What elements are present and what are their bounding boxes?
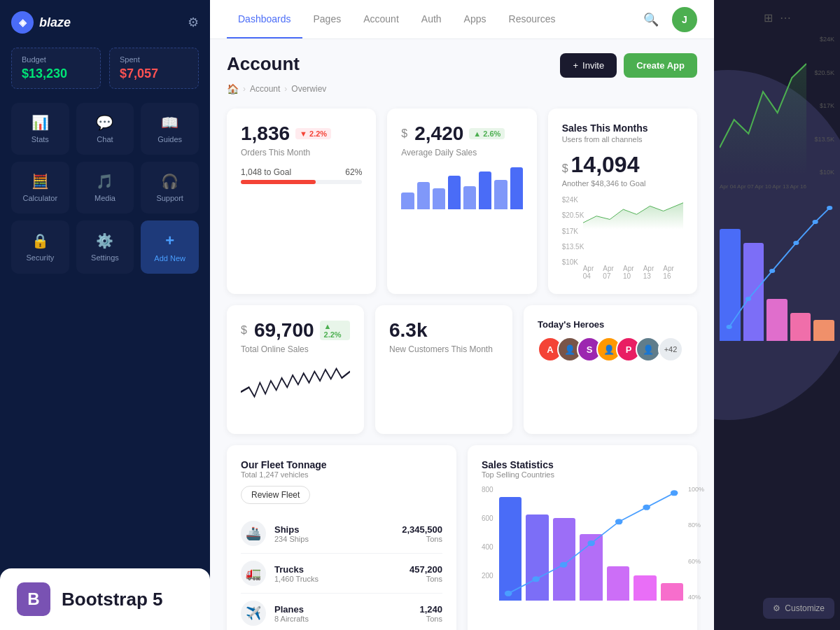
fleet-card: Our Fleet Tonnage Total 1,247 vehicles R… xyxy=(227,445,456,630)
total-sales-card: $ 69,700 ▲ 2.2% Total Online Sales xyxy=(227,305,364,434)
sidebar-item-guides[interactable]: 📖 Guides xyxy=(141,103,199,155)
sidebar-chat-label: Chat xyxy=(97,135,113,144)
spent-value: $7,057 xyxy=(120,66,188,81)
logo-area: ◈ blaze xyxy=(11,11,71,34)
search-button[interactable]: 🔍 xyxy=(638,7,664,32)
progress-bar-fill xyxy=(241,180,316,184)
avg-currency: $ xyxy=(401,127,407,140)
user-avatar[interactable]: J xyxy=(672,7,697,32)
page-title: Account xyxy=(227,53,300,75)
right-panel-content: ⊞ ⋯ $24K $20.5K $17K $13.5K $10K xyxy=(720,11,834,341)
nav-pages[interactable]: Pages xyxy=(302,1,353,38)
total-value: 69,700 xyxy=(254,319,314,342)
page-actions: + Invite Create App xyxy=(560,53,697,78)
total-sales-number: $ 69,700 ▲ 2.2% xyxy=(241,319,350,342)
sidebar: ◈ blaze ⚙ Budget $13,230 Spent $7,057 📊 … xyxy=(0,0,210,630)
nav-auth[interactable]: Auth xyxy=(410,1,453,38)
chart-y-labels: $24K $20.5K $17K $13.5K $10K xyxy=(562,196,584,266)
media-icon: 🎵 xyxy=(96,173,113,190)
invite-label: Invite xyxy=(582,60,604,71)
progress-pct: 62% xyxy=(345,167,362,177)
sidebar-item-add-new[interactable]: + Add New xyxy=(141,220,199,274)
fleet-trucks-row: 🚛 Trucks 1,460 Trucks 457,200 Tons xyxy=(241,554,442,594)
sidebar-item-chat[interactable]: 💬 Chat xyxy=(76,103,134,155)
planes-sub: 8 Aircrafts xyxy=(274,615,411,623)
fleet-trucks-info: Trucks 1,460 Trucks xyxy=(274,564,401,583)
sidebar-guides-label: Guides xyxy=(158,135,182,144)
svg-point-7 xyxy=(727,325,732,329)
ships-values: 2,345,500 Tons xyxy=(402,524,442,543)
sidebar-media-label: Media xyxy=(94,194,115,202)
second-row: $ 69,700 ▲ 2.2% Total Online Sales 6.3k … xyxy=(227,305,697,434)
rp-svg xyxy=(720,36,806,176)
sidebar-item-security[interactable]: 🔒 Security xyxy=(11,220,69,274)
rp-grid-icon[interactable]: ⊞ xyxy=(764,11,773,24)
sales-line-chart: $24K $20.5K $17K $13.5K $10K xyxy=(562,196,683,280)
sidebar-menu-icon[interactable]: ⚙ xyxy=(188,15,199,30)
page-area: Account + Invite Create App 🏠 › Account … xyxy=(210,39,714,630)
sales-value: 14,094 xyxy=(571,152,640,178)
rp-line-over-bars xyxy=(720,201,834,341)
sidebar-grid: 📊 Stats 💬 Chat 📖 Guides 🧮 Calculator 🎵 M… xyxy=(11,103,199,274)
customize-button[interactable]: ⚙ Customize xyxy=(763,598,834,619)
svg-point-6 xyxy=(671,490,678,496)
avg-label: Average Daily Sales xyxy=(401,148,522,158)
security-icon: 🔒 xyxy=(31,232,49,249)
sales-goal-text: Another $48,346 to Goal xyxy=(562,179,683,188)
sidebar-header: ◈ blaze ⚙ xyxy=(11,11,199,34)
avg-sales-card: $ 2,420 ▲ 2.6% Average Daily Sales xyxy=(387,108,536,294)
heroes-card: Today's Heroes A 👤 S 👤 P 👤 +42 xyxy=(524,305,697,434)
home-icon: 🏠 xyxy=(227,83,239,94)
svg-point-12 xyxy=(827,206,832,210)
sales-stats-chart: 800 600 400 200 xyxy=(482,486,683,612)
create-app-button[interactable]: Create App xyxy=(624,53,697,78)
bottom-section: Our Fleet Tonnage Total 1,247 vehicles R… xyxy=(227,445,697,630)
nav-resources[interactable]: Resources xyxy=(498,1,567,38)
sidebar-item-calculator[interactable]: 🧮 Calculator xyxy=(11,162,69,214)
sales-big-num: $ 14,094 xyxy=(562,152,683,178)
svg-point-0 xyxy=(505,591,512,596)
new-customers-card: 6.3k New Customers This Month xyxy=(375,305,512,434)
rp-icons-row: ⊞ ⋯ xyxy=(720,11,834,24)
budget-card: Budget $13,230 xyxy=(11,48,101,89)
logo-text: blaze xyxy=(39,15,71,30)
customers-value: 6.3k xyxy=(389,319,428,342)
logo-icon: ◈ xyxy=(11,11,34,34)
nav-dashboards[interactable]: Dashboards xyxy=(227,1,302,38)
ships-name: Ships xyxy=(274,524,393,535)
planes-values: 1,240 Tons xyxy=(419,604,442,623)
rp-dots-icon[interactable]: ⋯ xyxy=(780,11,791,24)
fleet-planes-info: Planes 8 Aircrafts xyxy=(274,604,411,623)
sidebar-item-stats[interactable]: 📊 Stats xyxy=(11,103,69,155)
trucks-name: Trucks xyxy=(274,564,401,575)
sales-month-card: Sales This Months Users from all channel… xyxy=(548,108,697,294)
sidebar-item-support[interactable]: 🎧 Support xyxy=(141,162,199,214)
sidebar-calculator-label: Calculator xyxy=(23,194,58,202)
nav-apps[interactable]: Apps xyxy=(453,1,498,38)
sidebar-stats-label: Stats xyxy=(31,135,49,144)
avg-sales-number: $ 2,420 ▲ 2.6% xyxy=(401,122,522,145)
stats-icon: 📊 xyxy=(31,114,49,131)
invite-plus-icon: + xyxy=(573,60,578,71)
nav-account[interactable]: Account xyxy=(352,1,410,38)
planes-name: Planes xyxy=(274,604,411,615)
orders-number: 1,836 ▼ 2.2% xyxy=(241,122,362,145)
sales-currency: $ xyxy=(562,162,568,175)
avg-badge: ▲ 2.6% xyxy=(469,128,505,139)
review-fleet-button[interactable]: Review Fleet xyxy=(241,486,310,504)
trucks-unit: Tons xyxy=(410,575,442,583)
support-icon: 🎧 xyxy=(161,173,178,190)
rp-line-chart-area: $24K $20.5K $17K $13.5K $10K Apr 04 Apr xyxy=(720,36,834,190)
customize-label: Customize xyxy=(785,603,825,613)
fleet-ships-info: Ships 234 Ships xyxy=(274,524,393,543)
calculator-icon: 🧮 xyxy=(31,173,49,190)
planes-unit: Tons xyxy=(419,615,442,623)
sidebar-item-media[interactable]: 🎵 Media xyxy=(76,162,134,214)
top-nav: Dashboards Pages Account Auth Apps Resou… xyxy=(210,0,714,39)
progress-bar-bg xyxy=(241,180,362,184)
invite-button[interactable]: + Invite xyxy=(560,53,617,78)
customers-label: New Customers This Month xyxy=(389,344,498,354)
ships-val: 2,345,500 xyxy=(402,524,442,535)
ships-icon: 🚢 xyxy=(241,521,266,546)
sidebar-item-settings[interactable]: ⚙️ Settings xyxy=(76,220,134,274)
